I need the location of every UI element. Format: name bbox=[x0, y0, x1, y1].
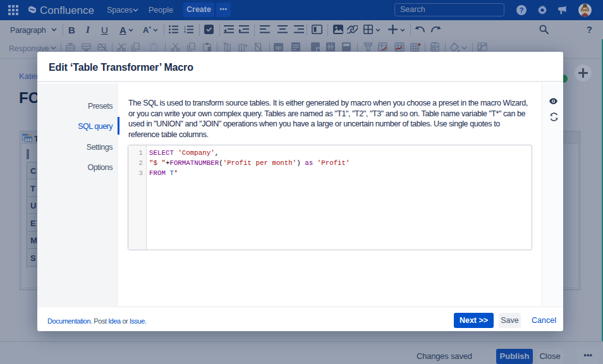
svg-text:3: 3 bbox=[184, 31, 186, 34]
svg-text:?: ? bbox=[520, 6, 524, 14]
